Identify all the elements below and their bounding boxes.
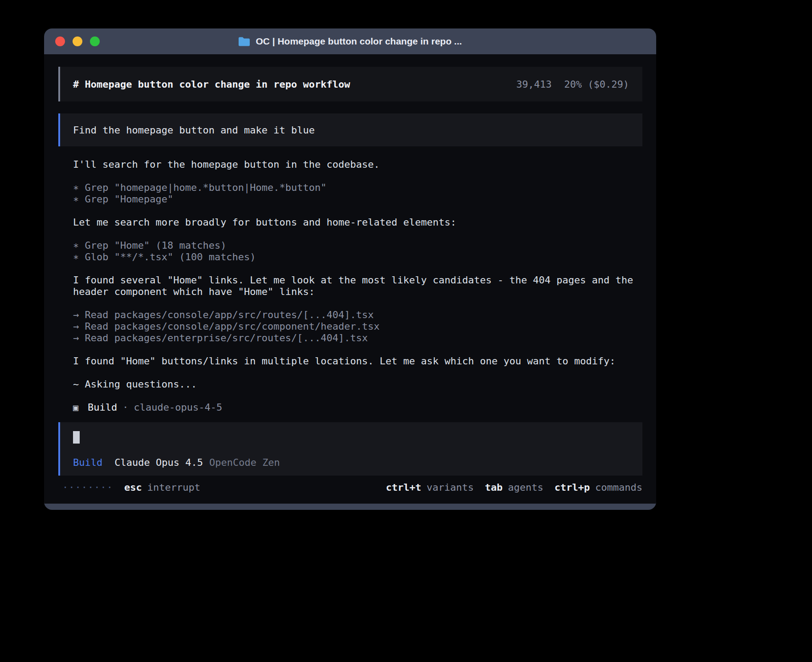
tool-call-group: → Read packages/console/app/src/routes/[… [73,309,642,344]
agent-attribution-row: ▣ Build · claude-opus-4-5 [73,402,642,413]
tool-call-read: → Read packages/console/app/src/routes/[… [73,309,374,320]
tool-call-read: → Read packages/enterprise/src/routes/[.… [73,332,368,343]
assistant-transcript: I'll search for the homepage button in t… [73,159,642,413]
agent-icon: ▣ [73,402,78,413]
terminal-content: # Homepage button color change in repo w… [44,54,656,504]
separator-dot: · [122,402,128,413]
variants-hint: ctrl+t variants [386,482,474,493]
assistant-text: I found "Home" buttons/links in multiple… [73,355,642,367]
folder-icon [238,36,250,46]
agent-name: Build [88,402,117,413]
session-stats: 39,413 20% ($0.29) [516,79,629,90]
commands-label: commands [595,482,642,493]
status-bar-left: ········ esc interrupt [62,482,200,493]
agents-hint: tab agents [485,482,543,493]
zoom-window-button[interactable] [90,36,100,46]
session-title: # Homepage button color change in repo w… [73,79,350,90]
working-spinner-dots: ········ [62,482,113,493]
agents-label: agents [508,482,543,493]
active-model-label[interactable]: Claude Opus 4.5 [114,457,203,468]
tool-call-grep: ∗ Grep "Homepage" [73,194,173,205]
token-count: 39,413 [516,79,552,90]
interrupt-hint: esc interrupt [124,482,200,493]
assistant-text: Let me search more broadly for buttons a… [73,217,642,228]
tool-call-grep: ∗ Grep "homepage|home.*button|Home.*butt… [73,182,327,193]
status-bar: ········ esc interrupt ctrl+t variants t… [58,482,642,493]
context-usage-cost: 20% ($0.29) [564,79,629,90]
tool-call-grep: ∗ Grep "Home" (18 matches) [73,240,226,251]
minimize-window-button[interactable] [73,36,82,46]
provider-label: OpenCode Zen [209,457,280,468]
traffic-lights [55,28,100,54]
window-title: OC | Homepage button color change in rep… [256,36,462,47]
user-message-text: Find the homepage button and make it blu… [73,125,315,136]
interrupt-label: interrupt [147,482,200,493]
tool-call-group: ∗ Grep "Home" (18 matches)∗ Glob "**/*.t… [73,240,642,263]
ctrl-p-key-label: ctrl+p [555,482,590,493]
tool-call-glob: ∗ Glob "**/*.tsx" (100 matches) [73,251,256,262]
active-agent-label[interactable]: Build [73,457,102,468]
input-meta-row: Build Claude Opus 4.5 OpenCode Zen [73,457,629,468]
variants-label: variants [426,482,474,493]
esc-key-label: esc [124,482,142,493]
commands-hint: ctrl+p commands [555,482,642,493]
tab-key-label: tab [485,482,503,493]
tool-call-group: ∗ Grep "homepage|home.*button|Home.*butt… [73,182,642,205]
user-message: Find the homepage button and make it blu… [58,113,642,146]
assistant-status: ~ Asking questions... [73,379,642,390]
assistant-text: I found several "Home" links. Let me loo… [73,274,642,298]
agent-model: claude-opus-4-5 [134,402,223,413]
prompt-input[interactable]: Build Claude Opus 4.5 OpenCode Zen [58,422,642,476]
tool-call-read: → Read packages/console/app/src/componen… [73,321,380,332]
session-header: # Homepage button color change in repo w… [58,67,642,101]
window-titlebar: OC | Homepage button color change in rep… [44,28,656,54]
window-title-group: OC | Homepage button color change in rep… [238,36,462,47]
terminal-window: OC | Homepage button color change in rep… [44,28,656,510]
ctrl-t-key-label: ctrl+t [386,482,421,493]
assistant-text: I'll search for the homepage button in t… [73,159,642,170]
close-window-button[interactable] [55,36,65,46]
status-bar-right: ctrl+t variants tab agents ctrl+p comman… [375,482,642,493]
text-cursor [73,431,80,444]
